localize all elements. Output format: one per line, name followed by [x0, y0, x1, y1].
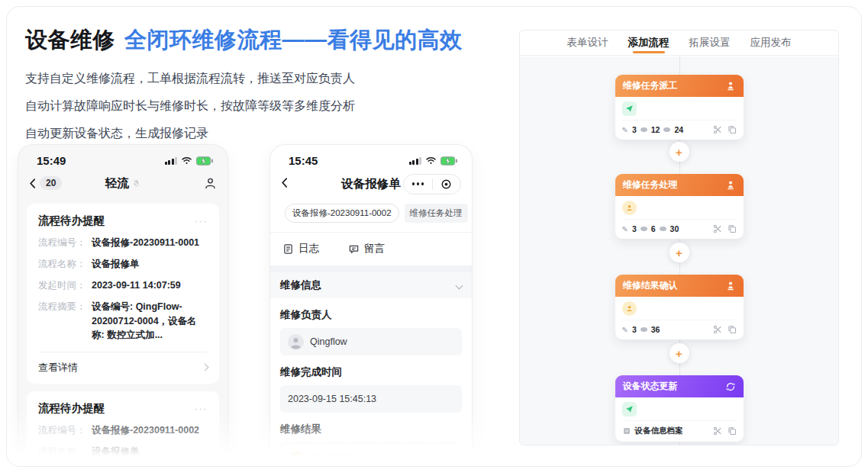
chevron-down-icon: [456, 281, 463, 289]
more-button[interactable]: [404, 182, 432, 185]
assignee-user-icon: [622, 301, 637, 316]
hero-desc-line1: 支持自定义维修流程，工单根据流程流转，推送至对应负责人: [25, 68, 514, 89]
view-fields-icon: [641, 127, 647, 132]
title-blue: 全闭环维修流程——看得见的高效: [124, 25, 463, 56]
auto-send-icon: [622, 101, 637, 116]
approver-stamp-icon: [725, 180, 736, 191]
status-time: 15:45: [289, 154, 318, 167]
title-black: 设备维修: [25, 25, 115, 56]
field-row: 流程编号： 设备报修-20230911-0002: [38, 423, 208, 437]
archive-table-icon: [622, 426, 631, 436]
status-badge: 维修任务处理: [405, 204, 468, 223]
active-tab-underline: [633, 51, 665, 53]
miniapp-nav-bar: 设备报修单: [270, 169, 472, 199]
view-fields-icon: [641, 227, 647, 231]
radio-option-completed[interactable]: 维修完成: [281, 443, 461, 467]
wifi-icon: [425, 156, 437, 165]
contact-button[interactable]: [204, 177, 217, 190]
add-node-button[interactable]: +: [670, 343, 689, 363]
field-row: 发起时间： 2023-09-11 14:12:00: [38, 466, 208, 467]
radio-checked-icon: [290, 452, 305, 466]
log-button[interactable]: 日志: [282, 242, 319, 256]
designer-tabs: 表单设计 添加流程 拓展设置 应用发布: [520, 31, 838, 56]
card-title: 流程待办提醒: [38, 214, 105, 228]
auto-send-icon: [622, 402, 637, 416]
target-icon: [440, 178, 452, 190]
record-id-pill: 设备报修-20230911-0002: [285, 204, 399, 223]
copy-node-icon[interactable]: [728, 325, 737, 334]
field-row: 流程摘要： 设备编号: QingFlow-20200712-0004，设备名称:…: [38, 300, 208, 341]
todo-card-2: 流程待办提醒 ··· 流程编号： 设备报修-20230911-0002 流程名称…: [27, 391, 219, 467]
page-card: 设备维修 全闭环维修流程——看得见的高效 支持自定义维修流程，工单根据流程流转，…: [6, 6, 862, 467]
phone-mockup-wechat-list: 15:49 20 轻流 流程待办提醒: [18, 144, 228, 467]
cut-node-icon[interactable]: [713, 426, 722, 436]
add-node-button[interactable]: +: [670, 142, 689, 162]
todo-card-1: 流程待办提醒 ··· 流程编号： 设备报修-20230911-0001 流程名称…: [27, 204, 219, 384]
tab-add-flow[interactable]: 添加流程: [628, 31, 670, 55]
linked-table-label: 设备信息档案: [635, 426, 683, 436]
node-footer: 设备信息档案: [622, 420, 737, 436]
mute-bell-icon: [132, 179, 140, 188]
chevron-right-icon: [471, 211, 473, 216]
field-row: 流程编号： 设备报修-20230911-0001: [38, 236, 208, 249]
record-header-row[interactable]: 设备报修-20230911-0002 维修任务处理: [279, 204, 463, 223]
cellular-signal-icon: [409, 157, 422, 165]
card-menu-button[interactable]: ···: [195, 403, 208, 414]
comment-button[interactable]: 留言: [348, 242, 385, 256]
card-title: 流程待办提醒: [38, 401, 105, 416]
wifi-icon: [181, 156, 192, 165]
view-detail-link[interactable]: 查看详情: [38, 352, 208, 375]
status-icons: [409, 156, 459, 166]
page-title: 设备维修 全闭环维修流程——看得见的高效: [25, 25, 514, 56]
chevron-left-icon: [29, 178, 36, 189]
status-icons: [165, 156, 215, 166]
status-time: 15:49: [37, 154, 66, 167]
flow-canvas: 维修任务派工 ✎ 3 12 24: [520, 56, 838, 445]
owner-field-value[interactable]: Qingflow: [280, 328, 462, 355]
approver-stamp-icon: [725, 81, 736, 92]
copy-node-icon[interactable]: [728, 224, 737, 233]
finish-time-field-value[interactable]: 2023-09-15 15:45:13: [280, 385, 462, 413]
record-actions: 日志 留言: [270, 233, 472, 265]
hero-desc-line3: 自动更新设备状态，生成报修记录: [25, 123, 514, 144]
flow-node-device-update[interactable]: 设备状态更新 设备信息档案: [615, 375, 744, 442]
cut-node-icon[interactable]: [713, 125, 722, 134]
field-row: 发起时间： 2023-09-11 14:07:59: [38, 278, 208, 292]
approver-stamp-icon: [725, 281, 736, 291]
message-list: 流程待办提醒 ··· 流程编号： 设备报修-20230911-0001 流程名称…: [18, 198, 227, 467]
flow-node-confirm[interactable]: 维修结果确认 ✎ 3 36: [615, 275, 744, 339]
flow-node-handle[interactable]: 维修任务处理 ✎ 3 6 30: [615, 174, 744, 239]
view-fields-icon: [663, 127, 670, 132]
tab-app-publish[interactable]: 应用发布: [750, 31, 792, 55]
contact-person-icon: [204, 177, 217, 190]
copy-node-icon[interactable]: [728, 125, 737, 134]
log-document-icon: [282, 243, 294, 255]
wechat-nav-bar: 20 轻流: [18, 169, 227, 198]
cut-node-icon[interactable]: [713, 224, 722, 233]
add-node-button[interactable]: +: [670, 243, 689, 262]
field-row: 流程名称： 设备报修单: [38, 445, 208, 458]
phone-mockup-form-detail: 15:45 设备报修单 设备报修-20230911-0002: [269, 144, 473, 467]
close-target-button[interactable]: [433, 178, 461, 190]
finish-time-field-label: 维修完成时间: [280, 365, 462, 379]
tab-form-design[interactable]: 表单设计: [567, 31, 608, 55]
cut-node-icon[interactable]: [713, 325, 722, 334]
field-row: 流程名称： 设备报修单: [38, 257, 208, 271]
form-content: 维修负责人 Qingflow 维修完成时间 2023-09-15 15:45:1…: [270, 308, 472, 467]
node-stats: ✎ 3 6 30: [622, 219, 737, 233]
battery-charging-icon: [440, 156, 458, 166]
section-header[interactable]: 维修信息: [270, 272, 472, 298]
card-menu-button[interactable]: ···: [195, 215, 208, 227]
edit-fields-icon: ✎: [622, 225, 628, 233]
tab-extension-settings[interactable]: 拓展设置: [689, 31, 731, 55]
section-separator: [270, 265, 472, 272]
edit-fields-icon: ✎: [622, 126, 628, 134]
cellular-signal-icon: [165, 157, 178, 165]
assignee-user-icon: [622, 201, 637, 215]
flow-node-dispatch[interactable]: 维修任务派工 ✎ 3 12 24: [615, 75, 744, 140]
unread-count-badge: 20: [40, 176, 62, 190]
result-field-label: 维修结果: [280, 423, 462, 436]
battery-charging-icon: [196, 156, 214, 166]
copy-node-icon[interactable]: [728, 426, 737, 436]
back-button[interactable]: 20: [29, 176, 62, 190]
